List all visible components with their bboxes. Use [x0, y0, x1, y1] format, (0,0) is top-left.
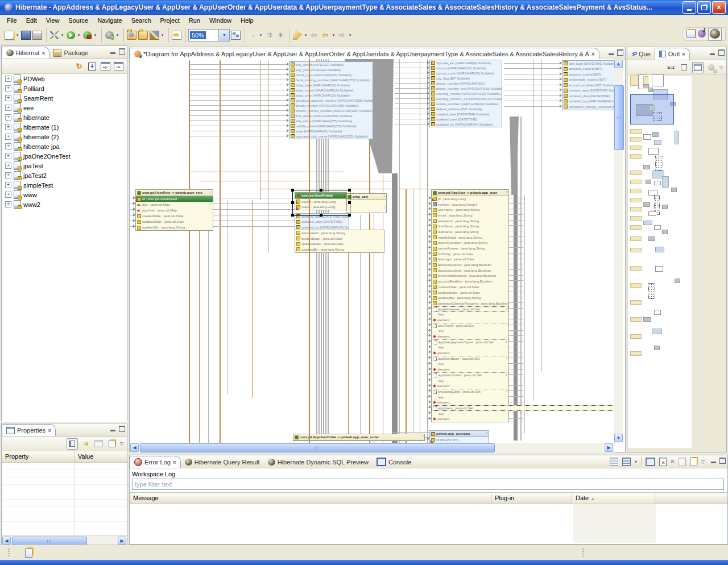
date-column-header[interactable]: Date ▲	[572, 493, 655, 504]
log-filter-input[interactable]	[132, 479, 724, 490]
diagram-table-com-pd-appuserorder-pdweb-app-user-order[interactable]: com.pd.AppUserOrder -> pdweb.app_user_or…	[293, 434, 425, 441]
table-row[interactable]: updatedBy : java.lang.String	[136, 225, 213, 230]
expand-collapse-icon[interactable]: ↕	[506, 357, 508, 360]
message-column-header[interactable]: Message	[130, 493, 491, 504]
add-configuration-button[interactable]: +	[87, 61, 97, 72]
table-row[interactable]: secretQuestion : java.lang.String	[432, 240, 508, 246]
minimize-view-icon[interactable]	[710, 53, 715, 55]
scroll-left-button[interactable]: ◀	[2, 537, 11, 545]
table-row[interactable]: bank_routing_number [VARCHAR(255) Nullab…	[289, 77, 373, 82]
table-row[interactable]: updatedBy : java.lang.String	[295, 247, 384, 252]
tree-item-hibernate-2-[interactable]: +hibernate (2)	[2, 132, 127, 142]
table-row[interactable]: check_number [VARCHAR(255) Nullable]	[289, 103, 373, 108]
selection-handle[interactable]	[291, 189, 294, 192]
select-all-button[interactable]: ✳	[275, 29, 286, 41]
table-row[interactable]: middle_initial [VARCHAR(255) Nullable]	[289, 123, 373, 128]
menu-edit[interactable]: Edit	[22, 16, 42, 25]
run-button[interactable]	[65, 29, 76, 41]
forward-button[interactable]: ⇨	[336, 29, 348, 41]
table-row[interactable]: passwordChangeRequired : java.lang.Boole…	[432, 301, 508, 306]
hql-editor-button[interactable]: HQL	[100, 61, 110, 72]
table-row[interactable]: zipcode_ext [VARCHAR(4) Nullable]	[430, 60, 502, 65]
diagram-table-t7[interactable]: associateId : java.lang.StringcreatedDat…	[295, 230, 384, 253]
pin-button[interactable]	[107, 439, 117, 449]
table-row[interactable]: createdDate : java.util.Date	[136, 213, 213, 219]
table-row[interactable]: ↕	[346, 206, 386, 213]
refresh-button[interactable]: ↻	[74, 61, 84, 72]
table-row[interactable]: element	[432, 400, 508, 405]
expand-collapse-icon[interactable]: ↕	[210, 190, 212, 193]
table-row[interactable]: exp_month [INTEGER Nullable]	[289, 62, 373, 67]
external-tools-button[interactable]	[81, 29, 93, 41]
table-row[interactable]: appUserdatas : java.util.Set↕	[432, 356, 508, 362]
expand-collapse-icon[interactable]: ↕	[344, 193, 346, 196]
print-button[interactable]	[31, 29, 43, 41]
table-row[interactable]: secretAnswer : java.lang.String	[432, 246, 508, 251]
vertical-splitter-right[interactable]	[626, 45, 627, 454]
expand-icon[interactable]: +	[5, 134, 11, 140]
table-row[interactable]: updated_date [DATETIME]	[430, 117, 502, 122]
table-row[interactable]: key	[432, 411, 508, 417]
table-row[interactable]: phone_number_ext [VARCHAR(10) Nullable]	[430, 86, 502, 91]
tree-item-www[interactable]: +www	[2, 190, 127, 200]
table-row[interactable]: id [BIGINT PK]	[430, 437, 489, 443]
maximize-view-icon[interactable]	[719, 458, 726, 464]
menu-window[interactable]: Window	[205, 16, 236, 25]
auto-layout-button[interactable]	[230, 29, 241, 41]
table-row[interactable]: default_address [BIT Nullable]	[430, 106, 502, 111]
tree-item-www2[interactable]: +www2	[2, 200, 127, 209]
tab-package-explorer[interactable]: Package	[49, 47, 92, 59]
table-row[interactable]: key	[432, 311, 508, 317]
tree-item-hibernate-jpa[interactable]: +hibernate jpa	[2, 142, 127, 151]
table-row[interactable]: id : com.pd.UserRoleId	[136, 196, 213, 202]
restore-button[interactable]	[697, 1, 711, 14]
table-row[interactable]: last_login [DATETIME Nullable]	[562, 61, 614, 67]
table-row[interactable]: updatedDate : java.util.Date	[432, 290, 508, 296]
expand-icon[interactable]: +	[5, 192, 11, 198]
table-row[interactable]: lastLogin : java.util.Date	[432, 257, 508, 263]
previous-annotation-button[interactable]: ⇉	[263, 29, 275, 41]
run-dropdown[interactable]: ▾	[76, 33, 81, 38]
new-wizard-dropdown[interactable]: ▾	[15, 33, 20, 38]
table-row[interactable]: userId : java.lang.Long	[295, 199, 346, 205]
filters-button[interactable]	[706, 63, 717, 73]
vertical-scrollbar-thumb[interactable]	[614, 85, 624, 150]
table-row[interactable]: element	[432, 317, 508, 323]
table-row[interactable]: created_date [DATETIME Nullable]	[562, 88, 614, 94]
maximize-view-icon[interactable]	[718, 49, 725, 56]
expand-collapse-icon[interactable]: ↕	[210, 202, 212, 205]
table-row[interactable]: createdDate : java.util.Date	[295, 236, 384, 242]
expand-collapse-icon[interactable]: ↕	[384, 207, 386, 210]
table-row[interactable]: key	[432, 378, 508, 384]
table-row[interactable]: payment_nick_name [VARCHAR(255) Nullable…	[289, 134, 373, 139]
expand-icon[interactable]: +	[5, 143, 11, 149]
diagram-table-com-pd-userroleid[interactable]: com.pd.UserRoleId↕userId : java.lang.Lon…	[295, 192, 347, 210]
last-edit-location-button[interactable]	[292, 29, 303, 41]
expand-collapse-icon[interactable]: ↕	[210, 208, 212, 211]
table-row[interactable]: updatedDate : java.util.Date	[136, 219, 213, 225]
table-row[interactable]: updated_date [DATETIME]	[295, 219, 349, 225]
minimize-view-icon[interactable]	[110, 430, 115, 431]
xml-file-button[interactable]	[171, 29, 182, 41]
clear-log-icon[interactable]	[646, 458, 655, 466]
annotation-brush-button[interactable]	[148, 29, 160, 41]
database-connection-button[interactable]	[104, 29, 115, 41]
table-row[interactable]: evening_number_ext [VARCHAR(10) Nullable…	[430, 96, 502, 101]
table-row[interactable]: account_expired [BIT]	[562, 67, 614, 72]
table-row[interactable]: element	[432, 417, 508, 422]
horizontal-scrollbar-thumb[interactable]	[140, 443, 495, 452]
criteria-editor-button[interactable]: CRI	[113, 61, 123, 72]
table-row[interactable]: county_code [VARCHAR(20) Nullable]	[430, 70, 502, 76]
table-row[interactable]: check_type [VARCHAR(45) Nullable]	[289, 72, 373, 77]
menu-search[interactable]: Search	[127, 16, 156, 25]
tree-item-hibernate-1-[interactable]: +hibernate (1)	[2, 122, 127, 132]
table-row[interactable]: middleInitial : java.lang.String	[432, 235, 508, 240]
table-row[interactable]: phone_number [VARCHAR(20)]	[430, 81, 502, 86]
expand-icon[interactable]: +	[5, 172, 11, 178]
minimize-view-icon[interactable]	[711, 462, 716, 463]
tab-properties[interactable]: Properties ×	[2, 424, 56, 436]
close-button[interactable]: ×	[712, 1, 726, 14]
diagram-table-t3[interactable]: last_login [DATETIME Nullable]account_ex…	[562, 60, 614, 110]
menu-file[interactable]: File	[2, 16, 22, 25]
table-row[interactable]: first_name [VARCHAR(255) Nullable]	[289, 113, 373, 118]
